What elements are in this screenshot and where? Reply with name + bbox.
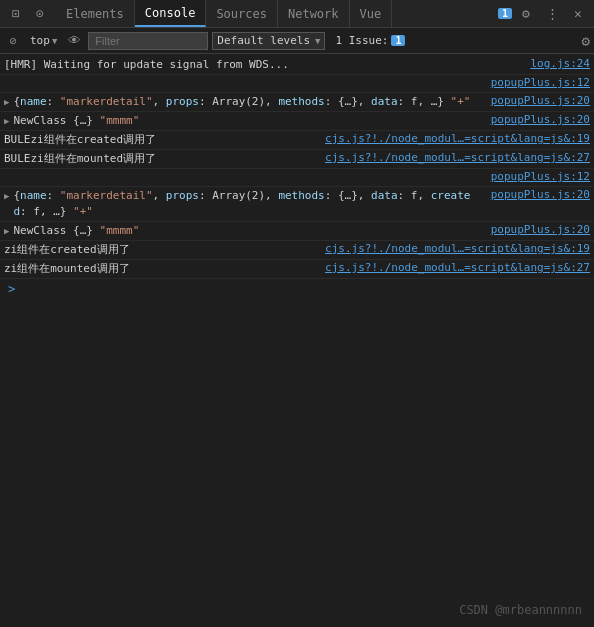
console-line: {name: "markerdetail", props: Array(2), …	[0, 187, 594, 222]
expand-arrow[interactable]	[4, 113, 9, 129]
log-source[interactable]: popupPlus.js:20	[481, 94, 590, 107]
inspect-icon[interactable]: ⊙	[28, 0, 52, 28]
console-line: NewClass {…} "mmmm" popupPlus.js:20	[0, 222, 594, 241]
log-source[interactable]: popupPlus.js:20	[481, 223, 590, 236]
filter-input[interactable]	[88, 32, 208, 50]
expand-arrow[interactable]	[4, 223, 9, 239]
log-source[interactable]: log.js:24	[520, 57, 590, 70]
devtools-icons: ⊡ ⊙	[0, 0, 56, 28]
tab-elements[interactable]: Elements	[56, 0, 135, 27]
default-levels-label: Default levels	[217, 34, 310, 47]
log-text: {name: "markerdetail", props: Array(2), …	[13, 188, 480, 220]
top-right-icons: 1 ⚙ ⋮ ✕	[498, 0, 594, 28]
dropdown-arrow: ▼	[52, 36, 57, 46]
expand-arrow[interactable]	[4, 94, 9, 110]
log-source[interactable]: cjs.js?!./node_modul…=script&lang=js&:27	[315, 151, 590, 164]
clear-console-button[interactable]: ⊘	[4, 32, 22, 50]
console-panel: [HMR] Waiting for update signal from WDS…	[0, 54, 594, 627]
console-settings-icon[interactable]: ⚙	[582, 33, 590, 49]
tab-network[interactable]: Network	[278, 0, 350, 27]
expand-arrow[interactable]	[4, 188, 9, 204]
levels-arrow: ▼	[315, 36, 320, 46]
cursor-caret: >	[4, 280, 19, 298]
console-toolbar: ⊘ top ▼ 👁 Default levels ▼ 1 Issue: 1 ⚙	[0, 28, 594, 54]
console-line: BULEzi组件在created调用了 cjs.js?!./node_modul…	[0, 131, 594, 150]
issues-count: 1	[391, 35, 405, 46]
log-text: BULEzi组件在created调用了	[4, 132, 156, 148]
default-levels-dropdown[interactable]: Default levels ▼	[212, 32, 325, 50]
dock-icon[interactable]: ⊡	[4, 0, 28, 28]
tab-vue[interactable]: Vue	[350, 0, 393, 27]
watermark: CSDN @mrbeannnnnn	[459, 603, 582, 617]
top-tab-bar: ⊡ ⊙ Elements Console Sources Network Vue…	[0, 0, 594, 28]
eye-icon[interactable]: 👁	[65, 33, 84, 48]
top-context-dropdown[interactable]: top ▼	[26, 32, 61, 49]
console-line: [HMR] Waiting for update signal from WDS…	[0, 56, 594, 75]
tab-sources[interactable]: Sources	[206, 0, 278, 27]
log-source[interactable]: popupPlus.js:12	[481, 76, 590, 89]
log-source[interactable]: cjs.js?!./node_modul…=script&lang=js&:19	[315, 242, 590, 255]
log-source[interactable]: popupPlus.js:20	[481, 113, 590, 126]
log-text: NewClass {…} "mmmm"	[13, 223, 139, 239]
console-line: zi组件在mounted调用了 cjs.js?!./node_modul…=sc…	[0, 260, 594, 279]
menu-icon[interactable]: ⋮	[540, 0, 564, 28]
close-icon[interactable]: ✕	[566, 0, 590, 28]
log-text: NewClass {…} "mmmm"	[13, 113, 139, 129]
log-text: zi组件在created调用了	[4, 242, 130, 258]
log-text: {name: "markerdetail", props: Array(2), …	[13, 94, 470, 110]
issues-badge[interactable]: 1 Issue: 1	[329, 32, 411, 49]
log-source[interactable]: cjs.js?!./node_modul…=script&lang=js&:19	[315, 132, 590, 145]
tab-console[interactable]: Console	[135, 0, 207, 27]
issues-label: 1 Issue:	[335, 34, 388, 47]
notification-badge: 1	[498, 8, 512, 19]
log-source[interactable]: popupPlus.js:20	[481, 188, 590, 201]
console-line: zi组件在created调用了 cjs.js?!./node_modul…=sc…	[0, 241, 594, 260]
log-text: BULEzi组件在mounted调用了	[4, 151, 156, 167]
cursor-line: >	[0, 279, 594, 299]
console-line: popupPlus.js:12	[0, 75, 594, 93]
console-line: BULEzi组件在mounted调用了 cjs.js?!./node_modul…	[0, 150, 594, 169]
tab-list: Elements Console Sources Network Vue	[56, 0, 392, 27]
log-source[interactable]: cjs.js?!./node_modul…=script&lang=js&:27	[315, 261, 590, 274]
console-line: {name: "markerdetail", props: Array(2), …	[0, 93, 594, 112]
console-line: popupPlus.js:12	[0, 169, 594, 187]
console-output: [HMR] Waiting for update signal from WDS…	[0, 54, 594, 627]
top-label: top	[30, 34, 50, 47]
log-text: zi组件在mounted调用了	[4, 261, 130, 277]
log-source[interactable]: popupPlus.js:12	[481, 170, 590, 183]
log-text: [HMR] Waiting for update signal from WDS…	[4, 57, 289, 73]
settings-icon[interactable]: ⚙	[514, 0, 538, 28]
console-line: NewClass {…} "mmmm" popupPlus.js:20	[0, 112, 594, 131]
